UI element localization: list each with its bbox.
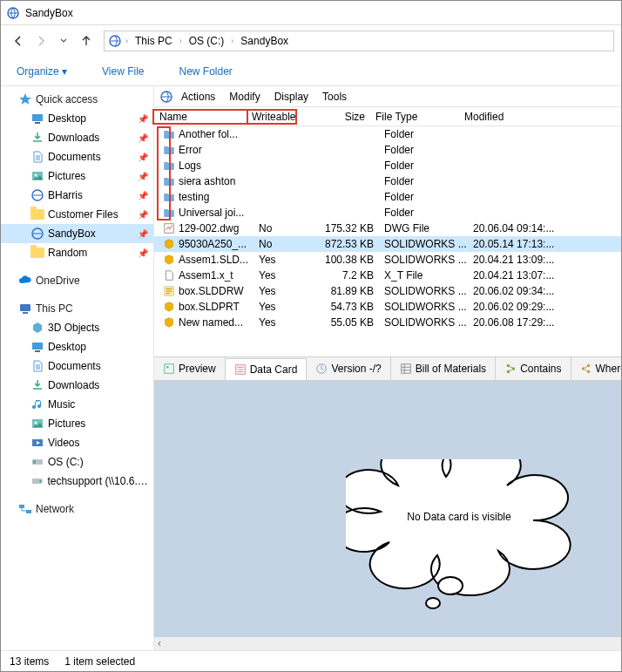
view-file-button[interactable]: View File — [97, 62, 149, 81]
back-button[interactable] — [8, 31, 29, 51]
column-headers[interactable]: Name Writeable Size File Type Modified — [154, 107, 621, 126]
quick-access[interactable]: Quick access — [1, 90, 153, 109]
nav-tree[interactable]: Quick access Desktop📌Downloads📌Documents… — [1, 86, 154, 650]
table-row[interactable]: 129-002.dwgNo175.32 KBDWG File20.06.04 0… — [154, 221, 621, 236]
col-size[interactable]: Size — [295, 109, 370, 125]
file-list[interactable]: Another fol...FolderErrorFolderLogsFolde… — [154, 126, 621, 330]
col-filetype[interactable]: File Type — [370, 109, 459, 125]
new-folder-button[interactable]: New Folder — [174, 62, 238, 81]
col-name[interactable]: Name — [152, 109, 248, 125]
globe-icon — [159, 90, 173, 104]
datacard-pane: No Data card is visible ‹ — [154, 381, 621, 650]
this-pc[interactable]: This PC — [1, 299, 153, 318]
svg-point-35 — [438, 577, 463, 594]
folder-icon — [163, 128, 175, 140]
sidebar-item-pictures[interactable]: Pictures — [1, 414, 153, 433]
svg-rect-11 — [35, 350, 40, 352]
col-modified[interactable]: Modified — [459, 109, 621, 125]
table-row[interactable]: box.SLDDRWYes81.89 KBSOLIDWORKS ...20.06… — [154, 283, 621, 299]
callout-text: No Data card is visible — [407, 511, 511, 523]
callout-bubble: No Data card is visible — [346, 459, 590, 616]
pin-icon: 📌 — [138, 133, 148, 143]
sw-icon — [163, 316, 175, 329]
breadcrumb-seg[interactable]: This PC — [132, 34, 176, 48]
svg-rect-19 — [19, 505, 24, 508]
sidebar-item-techsupport-10-6-1-2[interactable]: techsupport (\\10.6.1.2 — [1, 472, 153, 491]
pin-icon: 📌 — [138, 114, 148, 124]
menu-modify[interactable]: Modify — [223, 89, 266, 105]
up-button[interactable] — [76, 31, 97, 51]
sidebar-item-music[interactable]: Music — [1, 395, 153, 414]
tab-version[interactable]: Version -/? — [307, 357, 390, 380]
sidebar-item-3d-objects[interactable]: 3D Objects — [1, 318, 153, 337]
sidebar-item-os-c-[interactable]: OS (C:) — [1, 452, 153, 472]
breadcrumb-seg[interactable]: SandyBox — [237, 34, 292, 48]
sidebar-item-bharris[interactable]: BHarris📌 — [1, 186, 153, 205]
breadcrumb-seg[interactable]: OS (C:) — [186, 34, 228, 48]
nav-row: › This PC› OS (C:)› SandyBox — [1, 25, 621, 57]
forward-button[interactable] — [30, 31, 51, 51]
table-row[interactable]: Assem1.x_tYes7.2 KBX_T File20.04.21 13:0… — [154, 268, 621, 283]
table-row[interactable]: 95030A250_...No872.53 KBSOLIDWORKS ...20… — [154, 236, 621, 252]
menu-tools[interactable]: Tools — [316, 89, 353, 105]
svg-point-25 — [166, 366, 169, 369]
table-row[interactable]: Universal joi...Folder — [154, 205, 621, 221]
organize-menu[interactable]: Organize ▾ — [11, 62, 72, 81]
drw-icon — [163, 285, 175, 297]
table-row[interactable]: ErrorFolder — [154, 142, 621, 158]
tab-bom[interactable]: Bill of Materials — [391, 357, 496, 380]
sidebar-item-documents[interactable]: Documents — [1, 356, 153, 376]
globe-icon — [108, 34, 122, 48]
status-bar: 13 items 1 item selected — [1, 650, 621, 671]
command-bar: Organize ▾ View File New Folder — [1, 57, 621, 86]
network[interactable]: Network — [1, 499, 153, 519]
menu-actions[interactable]: Actions — [175, 89, 221, 105]
status-selected-count: 1 item selected — [64, 655, 135, 668]
app-icon — [6, 6, 20, 20]
sidebar-item-customer-files[interactable]: Customer Files📌 — [1, 205, 153, 224]
pin-icon: 📌 — [138, 248, 148, 258]
svg-rect-9 — [23, 312, 28, 314]
tab-contains[interactable]: Contains — [496, 357, 571, 380]
sidebar-item-random[interactable]: Random📌 — [1, 243, 153, 262]
folder-icon — [163, 191, 175, 203]
menu-display[interactable]: Display — [268, 89, 314, 105]
scrollbar[interactable]: ‹ — [154, 637, 621, 650]
sidebar-item-documents[interactable]: Documents📌 — [1, 147, 153, 166]
sidebar-item-downloads[interactable]: Downloads📌 — [1, 128, 153, 147]
onedrive[interactable]: OneDrive — [1, 271, 153, 290]
table-row[interactable]: New named...Yes55.05 KBSOLIDWORKS ...20.… — [154, 315, 621, 330]
address-bar[interactable]: › This PC› OS (C:)› SandyBox — [104, 31, 614, 51]
sidebar-item-desktop[interactable]: Desktop — [1, 337, 153, 356]
status-item-count: 13 items — [10, 655, 49, 668]
tab-whereused[interactable]: Where Used — [571, 357, 622, 380]
sidebar-item-sandybox[interactable]: SandyBox📌 — [1, 224, 153, 243]
sidebar-item-downloads[interactable]: Downloads — [1, 376, 153, 395]
tab-datacard[interactable]: Data Card — [226, 358, 308, 381]
sw-icon — [163, 254, 175, 266]
pdm-menu-bar: Actions Modify Display Tools — [154, 86, 621, 107]
table-row[interactable]: box.SLDPRTYes54.73 KBSOLIDWORKS ...20.06… — [154, 299, 621, 315]
table-row[interactable]: Assem1.SLD...Yes100.38 KBSOLIDWORKS ...2… — [154, 252, 621, 268]
svg-point-5 — [35, 174, 37, 177]
table-row[interactable]: Another fol...Folder — [154, 126, 621, 142]
folder-icon — [163, 160, 175, 172]
svg-point-18 — [39, 480, 42, 483]
tab-preview[interactable]: Preview — [154, 357, 226, 380]
sidebar-item-pictures[interactable]: Pictures📌 — [1, 166, 153, 186]
pin-icon: 📌 — [138, 229, 148, 239]
dwg-icon — [163, 222, 175, 234]
col-writeable[interactable]: Writeable — [247, 109, 297, 125]
table-row[interactable]: LogsFolder — [154, 158, 621, 173]
svg-rect-28 — [402, 364, 411, 374]
recent-dropdown[interactable] — [53, 31, 74, 51]
folder-icon — [163, 207, 175, 219]
svg-rect-8 — [20, 304, 30, 311]
detail-tabs: Preview Data Card Version -/? Bill of Ma… — [154, 356, 621, 381]
table-row[interactable]: siera ashtonFolder — [154, 173, 621, 189]
sidebar-item-desktop[interactable]: Desktop📌 — [1, 109, 153, 128]
pin-icon: 📌 — [138, 191, 148, 200]
table-row[interactable]: testingFolder — [154, 189, 621, 205]
main-pane: Actions Modify Display Tools Name Writea… — [154, 86, 621, 650]
sidebar-item-videos[interactable]: Videos — [1, 433, 153, 452]
